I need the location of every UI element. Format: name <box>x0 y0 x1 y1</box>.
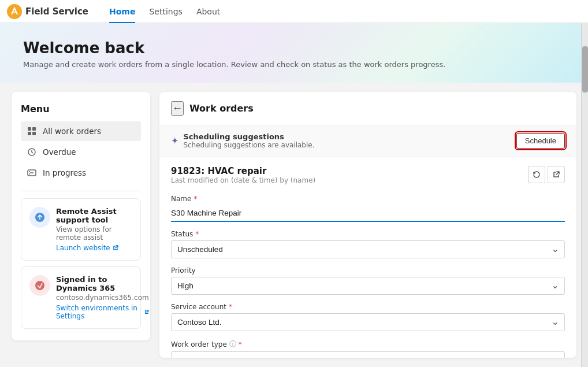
nav-settings[interactable]: Settings <box>142 0 189 23</box>
priority-select[interactable]: High Medium Low <box>171 277 565 295</box>
dynamics-icon <box>34 280 46 291</box>
scheduling-info: ✦ Scheduling suggestions Scheduling sugg… <box>171 132 315 149</box>
service-account-select-wrapper: Contoso Ltd. <box>171 313 565 331</box>
work-order-type-select-wrapper: Repair Maintenance Installation <box>171 351 565 358</box>
menu-item-all-work-orders[interactable]: All work orders <box>21 121 141 141</box>
menu-item-overdue[interactable]: Overdue <box>21 142 141 162</box>
app-logo-icon <box>7 4 22 19</box>
svg-rect-4 <box>32 132 36 135</box>
required-indicator: * <box>193 195 197 203</box>
work-order-detail: 91823: HVAC repair Last modified on (dat… <box>159 157 576 358</box>
app-name: Field Service <box>25 6 88 17</box>
status-select-wrapper: Unscheduled Scheduled In Progress Comple… <box>171 240 565 258</box>
scheduling-suggestions-banner: ✦ Scheduling suggestions Scheduling sugg… <box>159 125 576 157</box>
scheduling-icon: ✦ <box>171 135 178 146</box>
menu-panel: Menu All work orders <box>12 92 150 340</box>
service-account-field: Service account * Contoso Ltd. <box>171 303 565 331</box>
required-indicator: * <box>195 230 199 238</box>
work-orders-title: Work orders <box>189 103 254 114</box>
last-modified-text: Last modified on (date & time) by (name) <box>171 176 315 184</box>
priority-select-wrapper: High Medium Low <box>171 277 565 295</box>
grid-icon <box>27 126 37 136</box>
work-order-type-label: Work order type ⓘ * <box>171 339 565 349</box>
welcome-subtext: Manage and create work orders from a sin… <box>23 60 565 69</box>
progress-icon <box>27 168 37 178</box>
scheduling-title: Scheduling suggestions <box>183 132 314 141</box>
menu-item-label: All work orders <box>43 127 101 136</box>
menu-item-label: In progress <box>43 168 86 177</box>
remote-assist-desc: View options for remote assist <box>56 225 132 242</box>
name-field: Name * <box>171 195 565 222</box>
nav-home[interactable]: Home <box>102 0 142 23</box>
external-link-icon <box>113 245 118 251</box>
service-account-select[interactable]: Contoso Ltd. <box>171 313 565 331</box>
work-order-actions <box>528 166 565 183</box>
menu-item-label: Overdue <box>43 147 76 157</box>
status-select[interactable]: Unscheduled Scheduled In Progress Comple… <box>171 240 565 258</box>
required-indicator: * <box>239 340 242 349</box>
svg-rect-3 <box>28 132 31 135</box>
nav-links: Home Settings About <box>102 0 227 23</box>
scheduling-text: Scheduling suggestions Scheduling sugges… <box>183 132 314 149</box>
svg-point-8 <box>35 281 44 290</box>
signin-info: Signed in to Dynamics 365 contoso.dynami… <box>56 275 149 320</box>
name-input[interactable] <box>171 205 565 222</box>
app-logo: Field Service <box>7 4 88 19</box>
svg-rect-2 <box>32 127 36 131</box>
switch-environments-link[interactable]: Switch environments in Settings <box>56 304 149 320</box>
work-order-type-field: Work order type ⓘ * Repair Maintenance I… <box>171 339 565 358</box>
signin-title: Signed in to Dynamics 365 <box>56 275 149 292</box>
work-order-number: 91823: HVAC repair <box>171 166 315 176</box>
remote-assist-card: Remote Assist support tool View options … <box>21 198 141 261</box>
svg-rect-1 <box>28 127 31 131</box>
launch-website-link[interactable]: Launch website <box>56 244 132 252</box>
open-external-button[interactable] <box>548 166 565 183</box>
refresh-icon <box>533 170 541 179</box>
open-external-icon <box>552 170 560 179</box>
back-button[interactable]: ← <box>171 101 184 116</box>
info-icon-1[interactable]: ⓘ <box>229 339 236 349</box>
priority-label: Priority <box>171 266 565 275</box>
work-order-detail-header: 91823: HVAC repair Last modified on (dat… <box>171 166 565 184</box>
work-orders-panel: ← Work orders ✦ Scheduling suggestions S… <box>159 92 576 358</box>
welcome-heading: Welcome back <box>23 39 565 57</box>
status-field: Status * Unscheduled Scheduled In Progre… <box>171 230 565 258</box>
scrollbar-thumb <box>582 46 588 92</box>
remote-assist-title: Remote Assist support tool <box>56 207 132 224</box>
required-indicator: * <box>229 303 232 311</box>
remote-assist-info: Remote Assist support tool View options … <box>56 207 132 252</box>
menu-item-in-progress[interactable]: In progress <box>21 163 141 183</box>
page-scrollbar[interactable] <box>581 23 588 367</box>
signin-card: Signed in to Dynamics 365 contoso.dynami… <box>21 266 141 329</box>
content-area: Menu All work orders <box>0 83 588 367</box>
signin-account: contoso.dynamics365.com <box>56 294 149 302</box>
remote-assist-icon-wrap <box>29 207 50 228</box>
welcome-banner: Welcome back Manage and create work orde… <box>0 23 588 83</box>
main-content: Welcome back Manage and create work orde… <box>0 23 588 367</box>
name-label: Name * <box>171 195 565 203</box>
menu-title: Menu <box>21 103 141 114</box>
external-link-icon-2 <box>144 309 149 315</box>
nav-about[interactable]: About <box>189 0 227 23</box>
service-account-label: Service account * <box>171 303 565 311</box>
work-order-title-area: 91823: HVAC repair Last modified on (dat… <box>171 166 315 184</box>
priority-field: Priority High Medium Low <box>171 266 565 295</box>
menu-divider <box>21 191 141 191</box>
status-label: Status * <box>171 230 565 238</box>
top-navigation: Field Service Home Settings About <box>0 0 588 23</box>
work-order-type-select[interactable]: Repair Maintenance Installation <box>171 351 565 358</box>
refresh-button[interactable] <box>528 166 545 183</box>
svg-point-0 <box>7 4 22 19</box>
work-orders-header: ← Work orders <box>159 92 576 125</box>
scheduling-subtitle: Scheduling suggestions are available. <box>183 141 314 149</box>
clock-icon <box>27 147 37 157</box>
signin-icon-wrap <box>29 275 50 296</box>
schedule-button[interactable]: Schedule <box>516 133 565 149</box>
remote-assist-icon <box>34 212 46 223</box>
